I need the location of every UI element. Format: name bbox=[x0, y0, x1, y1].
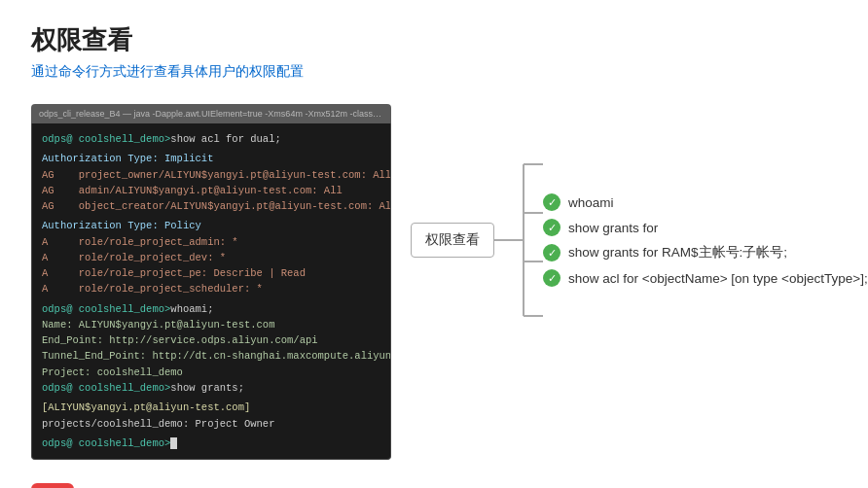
terminal-line: A role/role_project_pe: Describe | Read bbox=[42, 265, 380, 281]
terminal-line: projects/coolshell_demo: Project Owner bbox=[42, 416, 380, 432]
command-item: ✓whoami bbox=[543, 193, 868, 211]
diagram-center-label: 权限查看 bbox=[411, 223, 494, 258]
main-content: odps_cli_release_B4 — java -Dapple.awt.U… bbox=[31, 104, 837, 460]
page-container: 权限查看 通过命令行方式进行查看具体用户的权限配置 odps_cli_relea… bbox=[0, 0, 868, 488]
check-icon: ✓ bbox=[543, 219, 561, 236]
bottom-area: ? [帮助文档] https://help.aliyun.com/documen… bbox=[31, 477, 837, 488]
command-text: whoami bbox=[568, 195, 614, 210]
page-subtitle: 通过命令行方式进行查看具体用户的权限配置 bbox=[31, 63, 837, 81]
commands-list: ✓whoami✓show grants for✓show grants for … bbox=[543, 193, 868, 287]
terminal-line: A role/role_project_dev: * bbox=[42, 250, 380, 265]
terminal-line: AG object_creator/ALIYUN$yangyi.pt@aliyu… bbox=[42, 198, 380, 214]
diagram-area: 权限查看 ✓whoami✓show grants for✓show grants… bbox=[391, 104, 868, 376]
terminal-topbar: odps_cli_release_B4 — java -Dapple.awt.U… bbox=[31, 104, 391, 123]
terminal-body: odps@ coolshell_demo>show acl for dual; … bbox=[31, 123, 391, 460]
terminal-wrapper: odps_cli_release_B4 — java -Dapple.awt.U… bbox=[31, 104, 391, 460]
command-item: ✓show grants for RAM$主帐号:子帐号; bbox=[543, 244, 868, 261]
terminal-line: A role/role_project_scheduler: * bbox=[42, 281, 380, 296]
command-text: show grants for RAM$主帐号:子帐号; bbox=[568, 244, 787, 261]
terminal-line: odps@ coolshell_demo>show acl for dual; bbox=[42, 131, 380, 147]
terminal-line: Name: ALIYUN$yangyi.pt@aliyun-test.com bbox=[42, 317, 380, 332]
terminal-line: odps@ coolshell_demo>whoami; bbox=[42, 301, 380, 317]
terminal-line: odps@ coolshell_demo> bbox=[42, 436, 380, 451]
terminal-line: Project: coolshell_demo bbox=[42, 365, 380, 380]
terminal-line: odps@ coolshell_demo>show grants; bbox=[42, 380, 380, 396]
check-icon: ✓ bbox=[543, 244, 561, 261]
terminal-line: Authorization Type: Policy bbox=[42, 218, 380, 233]
check-icon: ✓ bbox=[543, 269, 561, 287]
terminal-line: End_Point: http://service.odps.aliyun.co… bbox=[42, 332, 380, 348]
terminal-line: Authorization Type: Implicit bbox=[42, 151, 380, 166]
terminal-line: [ALIYUN$yangyi.pt@aliyun-test.com] bbox=[42, 400, 380, 415]
command-item: ✓show acl for <objectName> [on type <obj… bbox=[543, 269, 868, 287]
terminal-line: A role/role_project_admin: * bbox=[42, 234, 380, 250]
command-text: show grants for bbox=[568, 221, 658, 235]
terminal-line: Tunnel_End_Point: http://dt.cn-shanghai.… bbox=[42, 348, 380, 364]
connector-svg bbox=[494, 143, 543, 337]
page-title: 权限查看 bbox=[31, 23, 837, 57]
terminal-line: AG admin/ALIYUN$yangyi.pt@aliyun-test.co… bbox=[42, 183, 380, 198]
terminal-topbar-text: odps_cli_release_B4 — java -Dapple.awt.U… bbox=[39, 109, 383, 119]
diagram-inner: 权限查看 ✓whoami✓show grants for✓show grants… bbox=[411, 143, 868, 337]
check-icon: ✓ bbox=[543, 193, 561, 211]
command-item: ✓show grants for bbox=[543, 219, 868, 236]
help-icon-box[interactable]: ? bbox=[31, 483, 74, 488]
command-text: show acl for <objectName> [on type <obje… bbox=[568, 271, 868, 286]
terminal-line: AG project_owner/ALIYUN$yangyi.pt@aliyun… bbox=[42, 167, 380, 183]
help-section: ? [帮助文档] https://help.aliyun.com/documen… bbox=[31, 483, 433, 488]
